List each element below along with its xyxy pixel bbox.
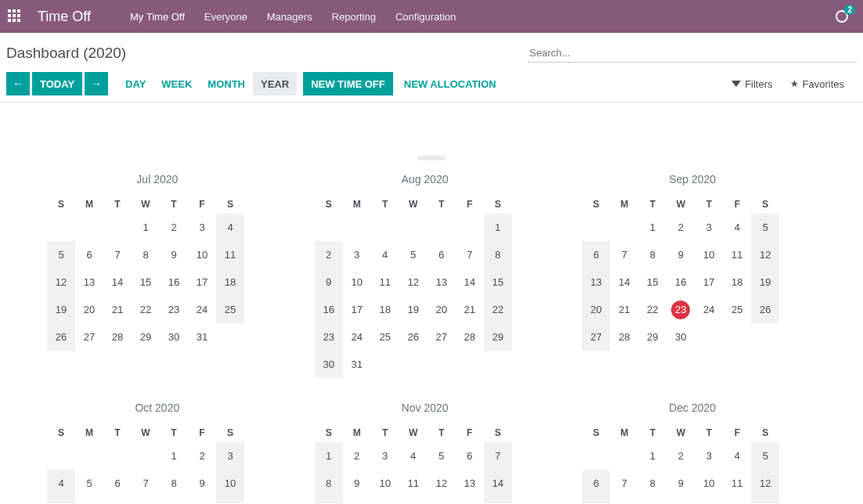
day-cell[interactable]: 3 (695, 214, 723, 241)
day-cell[interactable]: 15 (638, 268, 666, 296)
new-time-off-button[interactable]: NEW TIME OFF (303, 72, 393, 95)
day-cell[interactable]: 26 (751, 296, 779, 323)
day-cell[interactable]: 23 (315, 323, 343, 351)
day-cell[interactable]: 29 (638, 323, 666, 351)
day-cell[interactable]: 15 (132, 268, 160, 296)
day-cell[interactable]: 28 (103, 323, 132, 351)
day-cell[interactable]: 22 (132, 296, 160, 323)
day-cell[interactable]: 29 (132, 323, 160, 351)
day-cell[interactable]: 9 (188, 470, 216, 497)
nav-everyone[interactable]: Everyone (204, 11, 247, 23)
apps-icon[interactable] (8, 9, 22, 23)
day-cell[interactable]: 19 (751, 497, 779, 503)
day-cell[interactable]: 10 (695, 241, 723, 268)
day-cell[interactable]: 19 (399, 296, 428, 323)
day-cell[interactable]: 30 (315, 351, 343, 378)
day-cell[interactable]: 20 (428, 296, 456, 323)
day-cell[interactable]: 6 (456, 442, 484, 470)
day-cell[interactable]: 25 (371, 323, 399, 351)
day-cell[interactable]: 9 (666, 241, 695, 268)
day-cell[interactable]: 25 (216, 296, 244, 323)
day-cell[interactable]: 23 (160, 296, 188, 323)
today-button[interactable]: TODAY (32, 72, 82, 95)
day-cell[interactable]: 17 (695, 268, 723, 296)
day-cell[interactable]: 3 (371, 442, 399, 470)
day-cell[interactable]: 28 (456, 323, 484, 351)
day-cell[interactable]: 8 (132, 241, 160, 268)
day-cell[interactable]: 14 (132, 497, 160, 503)
day-cell[interactable]: 5 (751, 442, 779, 470)
day-cell[interactable]: 24 (188, 296, 216, 323)
day-cell[interactable]: 8 (638, 470, 666, 497)
day-cell[interactable]: 11 (216, 241, 244, 268)
day-cell[interactable]: 20 (456, 497, 484, 503)
next-button[interactable]: → (85, 72, 108, 95)
day-cell[interactable]: 1 (132, 214, 160, 241)
day-cell[interactable]: 24 (695, 296, 723, 323)
day-cell[interactable]: 11 (723, 241, 751, 268)
day-cell[interactable]: 6 (103, 470, 132, 497)
day-cell[interactable]: 6 (582, 470, 610, 497)
day-cell[interactable]: 15 (484, 268, 512, 296)
day-cell[interactable]: 3 (188, 214, 216, 241)
day-cell[interactable]: 15 (315, 497, 343, 503)
notification-button[interactable]: 2 (833, 8, 850, 25)
day-cell[interactable]: 1 (638, 442, 666, 470)
day-cell[interactable]: 5 (428, 442, 456, 470)
day-cell[interactable]: 14 (456, 268, 484, 296)
day-cell[interactable]: 16 (666, 268, 695, 296)
day-cell[interactable]: 24 (343, 323, 371, 351)
day-cell[interactable]: 18 (723, 268, 751, 296)
day-cell[interactable]: 7 (103, 241, 132, 268)
day-cell[interactable]: 12 (47, 268, 75, 296)
day-cell[interactable]: 30 (160, 323, 188, 351)
day-cell[interactable]: 9 (315, 268, 343, 296)
day-cell[interactable]: 1 (484, 214, 512, 241)
day-cell[interactable]: 1 (160, 442, 188, 470)
day-cell[interactable]: 22 (638, 296, 666, 323)
day-cell[interactable]: 28 (610, 323, 638, 351)
day-cell[interactable]: 16 (315, 296, 343, 323)
day-cell[interactable]: 2 (666, 442, 695, 470)
day-cell[interactable]: 7 (456, 241, 484, 268)
day-cell[interactable]: 17 (188, 268, 216, 296)
day-cell[interactable]: 21 (103, 296, 132, 323)
day-cell[interactable]: 17 (695, 497, 723, 503)
view-year[interactable]: YEAR (253, 72, 297, 95)
day-cell[interactable]: 30 (666, 323, 695, 351)
day-cell[interactable]: 2 (160, 214, 188, 241)
day-cell[interactable]: 8 (484, 241, 512, 268)
day-cell[interactable]: 10 (343, 268, 371, 296)
day-cell[interactable]: 2 (315, 241, 343, 268)
day-cell[interactable]: 6 (75, 241, 103, 268)
day-cell[interactable]: 8 (315, 470, 343, 497)
day-cell[interactable]: 5 (399, 241, 428, 268)
day-cell[interactable]: 14 (484, 470, 512, 497)
day-cell[interactable]: 4 (47, 470, 75, 497)
day-cell[interactable]: 4 (399, 442, 428, 470)
day-cell[interactable]: 29 (484, 323, 512, 351)
day-cell[interactable]: 11 (399, 470, 428, 497)
day-cell[interactable]: 27 (582, 323, 610, 351)
day-cell[interactable]: 18 (723, 497, 751, 503)
search-input[interactable] (528, 44, 857, 62)
calendar-scroll[interactable]: Jul 2020SMTWTFS1234567891011121314151617… (0, 156, 863, 503)
day-cell[interactable]: 17 (371, 497, 399, 503)
nav-reporting[interactable]: Reporting (332, 11, 376, 23)
day-cell[interactable]: 26 (399, 323, 428, 351)
day-cell[interactable]: 27 (428, 323, 456, 351)
day-cell[interactable]: 7 (610, 470, 638, 497)
day-cell[interactable]: 17 (216, 497, 244, 503)
day-cell[interactable]: 12 (399, 268, 428, 296)
day-cell[interactable]: 18 (399, 497, 428, 503)
day-cell[interactable]: 4 (216, 214, 244, 241)
day-cell[interactable]: 31 (343, 351, 371, 378)
day-cell[interactable]: 9 (666, 470, 695, 497)
day-cell[interactable]: 14 (610, 268, 638, 296)
nav-my-time-off[interactable]: My Time Off (130, 11, 185, 23)
day-cell[interactable]: 21 (456, 296, 484, 323)
day-cell[interactable]: 10 (695, 470, 723, 497)
day-cell[interactable]: 10 (216, 470, 244, 497)
day-cell[interactable]: 13 (456, 470, 484, 497)
filters-button[interactable]: Filters (731, 78, 772, 90)
